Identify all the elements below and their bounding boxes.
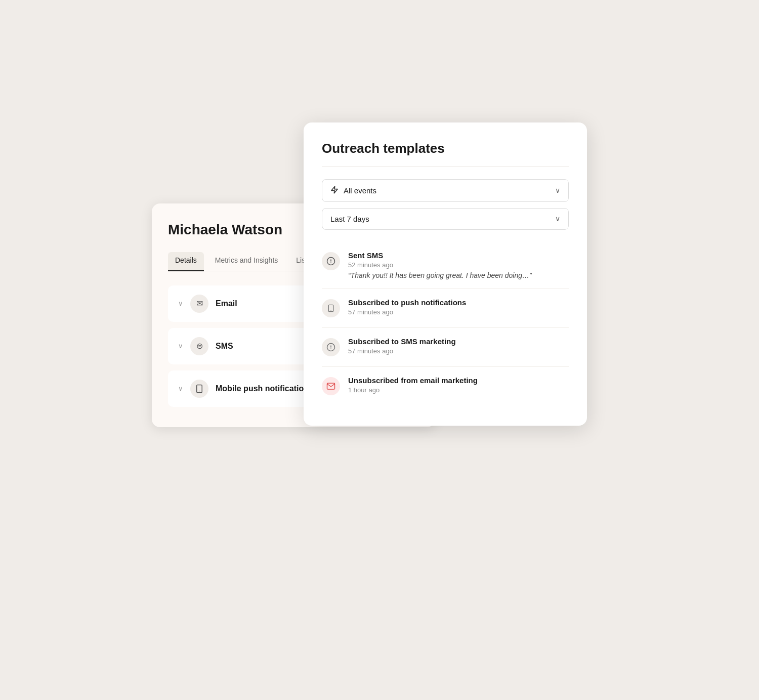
- event-sent-sms-time: 52 minutes ago: [348, 261, 569, 269]
- unsubscribed-email-icon: [322, 377, 340, 395]
- events-list: Sent SMS 52 minutes ago “Thank you!! It …: [322, 242, 569, 405]
- chevron-sms-icon[interactable]: ∨: [178, 342, 183, 350]
- event-unsubscribed-email-time: 1 hour ago: [348, 386, 569, 394]
- time-filter-label: Last 7 days: [330, 215, 369, 223]
- event-sent-sms: Sent SMS 52 minutes ago “Thank you!! It …: [322, 242, 569, 289]
- event-subscribed-sms-time: 57 minutes ago: [348, 347, 569, 355]
- time-filter-dropdown[interactable]: Last 7 days ∨: [322, 208, 569, 230]
- event-subscribed-push: Subscribed to push notifications 57 minu…: [322, 289, 569, 328]
- svg-rect-6: [328, 305, 333, 311]
- push-icon: [190, 380, 208, 398]
- events-filter-dropdown[interactable]: All events ∨: [322, 179, 569, 202]
- events-filter-label: All events: [344, 186, 376, 195]
- event-unsubscribed-email: Unsubscribed from email marketing 1 hour…: [322, 367, 569, 405]
- outreach-title: Outreach templates: [322, 141, 569, 167]
- outreach-card: Outreach templates All events ∨ Last 7 d…: [304, 122, 587, 426]
- event-subscribed-sms-title: Subscribed to SMS marketing: [348, 337, 569, 346]
- event-subscribed-push-time: 57 minutes ago: [348, 308, 569, 316]
- subscribed-sms-icon: [322, 338, 340, 356]
- email-icon: ✉: [190, 295, 208, 313]
- event-subscribed-push-title: Subscribed to push notifications: [348, 298, 569, 307]
- tab-metrics[interactable]: Metrics and Insights: [208, 252, 285, 271]
- event-sent-sms-title: Sent SMS: [348, 251, 569, 260]
- lightning-icon: [330, 186, 339, 195]
- chevron-email-icon[interactable]: ∨: [178, 300, 183, 307]
- svg-marker-2: [331, 186, 338, 193]
- sent-sms-icon: [322, 252, 340, 270]
- time-filter-chevron: ∨: [555, 215, 560, 223]
- tab-details[interactable]: Details: [168, 252, 204, 271]
- event-unsubscribed-email-title: Unsubscribed from email marketing: [348, 376, 569, 385]
- subscribed-push-icon: [322, 299, 340, 317]
- sms-icon: ⊜: [190, 337, 208, 355]
- events-filter-chevron: ∨: [555, 186, 560, 194]
- chevron-push-icon[interactable]: ∨: [178, 385, 183, 392]
- event-subscribed-sms: Subscribed to SMS marketing 57 minutes a…: [322, 328, 569, 367]
- event-sent-sms-quote: “Thank you!! It has been going great. I …: [348, 271, 569, 279]
